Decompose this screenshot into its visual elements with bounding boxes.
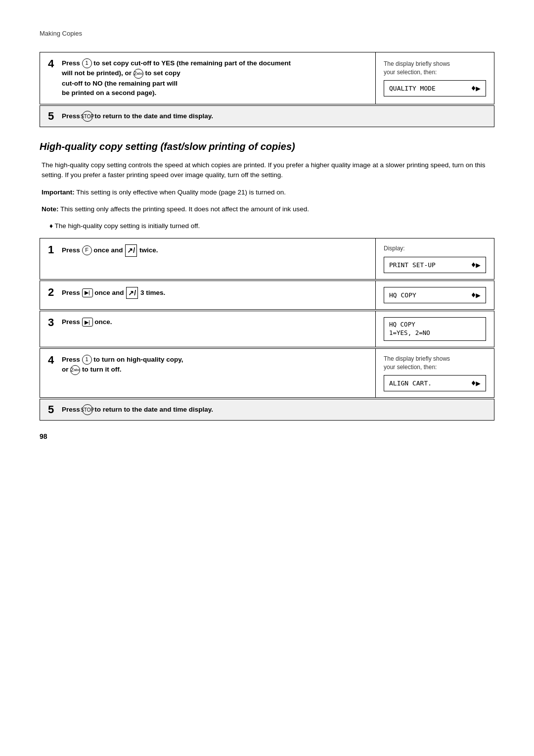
top-step-4-display-label: The display briefly showsyour selection,… — [384, 60, 486, 77]
display-text-align-cart: ALIGN CART. — [389, 379, 432, 387]
display-arrow-1: ♦▶ — [471, 84, 481, 93]
main-step-3-content: Press ▶| once. — [62, 317, 367, 327]
main-step-1-right: Display: PRINT SET-UP ♦▶ — [375, 238, 494, 279]
nav-icon-1: ↗/ — [125, 244, 137, 256]
main-step-1-content: Press F once and ↗/ twice. — [62, 244, 367, 256]
btn-1b: 1 — [82, 355, 92, 365]
main-step-2-display: HQ COPY ♦▶ — [384, 287, 486, 303]
main-step-2: 2 Press ▶| once and ↗/ 3 times. HQ COPY … — [40, 281, 494, 310]
main-step-1-display: PRINT SET-UP ♦▶ — [384, 257, 486, 273]
body-paragraph-3: Note: This setting only affects the prin… — [40, 204, 494, 214]
page-number: 98 — [40, 432, 494, 440]
display-arrow-4: ♦▶ — [471, 378, 481, 388]
btn-next-2: ▶| — [82, 318, 93, 327]
main-step-4-right: The display briefly showsyour selection,… — [375, 349, 494, 398]
main-step-4-number: 4 — [48, 355, 58, 366]
main-step-3-left: 3 Press ▶| once. — [40, 311, 375, 347]
main-step-5: 5 Press STOP to return to the date and t… — [40, 399, 494, 421]
main-steps: 1 Press F once and ↗/ twice. Display: PR… — [40, 238, 494, 421]
display-text-hq-copy-2: HQ COPY1=YES, 2=NO — [389, 321, 430, 337]
section-title: High-quality copy setting (fast/slow pri… — [40, 141, 494, 152]
main-step-5-number: 5 — [48, 404, 58, 415]
main-step-4-display-label: The display briefly showsyour selection,… — [384, 355, 486, 372]
main-step-2-right: HQ COPY ♦▶ — [375, 281, 494, 309]
main-step-4: 4 Press 1 to turn on high-quality copy, … — [40, 348, 494, 398]
top-step-5: 5 Press STOP to return to the date and t… — [40, 105, 494, 127]
main-step-3-number: 3 — [48, 317, 58, 328]
page-header: Making Copies — [40, 30, 494, 37]
top-step-4-content: Press 1 to set copy cut-off to YES (the … — [62, 58, 367, 98]
main-step-2-number: 2 — [48, 287, 58, 298]
top-step-4-number: 4 — [48, 58, 58, 69]
body-paragraph-1: The high-quality copy setting controls t… — [40, 160, 494, 181]
main-step-4-display: ALIGN CART. ♦▶ — [384, 375, 486, 391]
stop-btn-2: STOP — [82, 404, 93, 415]
btn-2abc: 2abc — [134, 69, 143, 79]
top-step-5-number: 5 — [48, 111, 58, 122]
nav-icon-2: ↗/ — [126, 287, 138, 299]
top-step-4: 4 Press 1 to set copy cut-off to YES (th… — [40, 52, 494, 104]
top-step-5-content: Press STOP to return to the date and tim… — [62, 111, 213, 122]
main-step-4-left: 4 Press 1 to turn on high-quality copy, … — [40, 349, 375, 398]
main-step-2-left: 2 Press ▶| once and ↗/ 3 times. — [40, 281, 375, 309]
top-step-4-display: QUALITY MODE ♦▶ — [384, 80, 486, 96]
btn-1: 1 — [82, 58, 92, 68]
main-step-5-content: Press STOP to return to the date and tim… — [62, 404, 213, 415]
body-paragraph-2: Important: This setting is only effectiv… — [40, 188, 494, 197]
main-step-1-left: 1 Press F once and ↗/ twice. — [40, 238, 375, 279]
main-step-2-content: Press ▶| once and ↗/ 3 times. — [62, 287, 367, 299]
top-step-4-right: The display briefly showsyour selection,… — [375, 52, 494, 104]
main-step-1: 1 Press F once and ↗/ twice. Display: PR… — [40, 238, 494, 280]
main-step-3: 3 Press ▶| once. HQ COPY1=YES, 2=NO — [40, 311, 494, 347]
btn-next-1: ▶| — [82, 288, 93, 297]
stop-btn-1: STOP — [82, 111, 93, 122]
btn-f: F — [82, 245, 92, 255]
top-step-4-left: 4 Press 1 to set copy cut-off to YES (th… — [40, 52, 375, 104]
bullet-point-1: The high-quality copy setting is initial… — [40, 221, 494, 231]
display-text-hq-copy-1: HQ COPY — [389, 291, 416, 299]
display-arrow-3: ♦▶ — [471, 290, 481, 300]
btn-2b: 2abc — [70, 365, 80, 375]
display-arrow-2: ♦▶ — [471, 260, 481, 270]
main-step-3-display: HQ COPY1=YES, 2=NO — [384, 317, 486, 341]
display-text-print-setup: PRINT SET-UP — [389, 261, 436, 269]
main-step-1-display-label: Display: — [384, 244, 486, 253]
display-text-quality-mode: QUALITY MODE — [389, 85, 436, 92]
main-step-1-number: 1 — [48, 244, 58, 255]
main-step-3-right: HQ COPY1=YES, 2=NO — [375, 311, 494, 347]
main-step-4-content: Press 1 to turn on high-quality copy, or… — [62, 355, 367, 375]
